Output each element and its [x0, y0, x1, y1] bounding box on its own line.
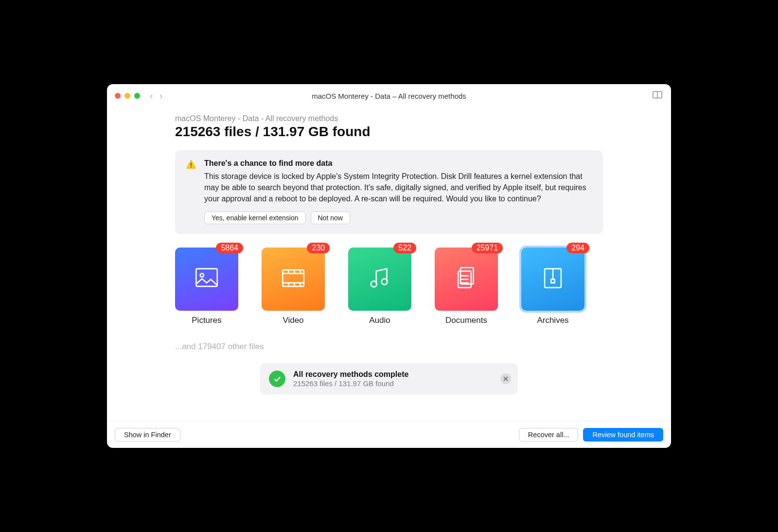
- show-in-finder-button[interactable]: Show in Finder: [115, 428, 180, 442]
- svg-rect-3: [191, 163, 192, 166]
- footer-bar: Show in Finder Recover all... Review fou…: [107, 421, 671, 448]
- nav-back-button[interactable]: ‹: [150, 91, 153, 100]
- badge-count: 294: [566, 243, 589, 253]
- warning-icon: [186, 159, 196, 224]
- not-now-button[interactable]: Not now: [311, 212, 350, 224]
- svg-point-6: [200, 273, 204, 277]
- badge-count: 25971: [472, 243, 503, 253]
- review-found-items-button[interactable]: Review found items: [583, 428, 663, 442]
- sidebar-toggle-icon[interactable]: [653, 91, 662, 101]
- app-window: ‹ › macOS Monterey - Data – All recovery…: [107, 84, 671, 448]
- category-label: Audio: [348, 316, 411, 325]
- other-files-text: ...and 179407 other files: [175, 342, 603, 352]
- zoom-window-button[interactable]: [134, 93, 140, 99]
- recover-all-button[interactable]: Recover all...: [519, 428, 579, 442]
- minimize-window-button[interactable]: [124, 93, 130, 99]
- category-audio[interactable]: 522 Audio: [348, 248, 411, 325]
- category-label: Video: [262, 316, 325, 325]
- category-label: Pictures: [175, 316, 238, 325]
- results-headline: 215263 files / 131.97 GB found: [175, 124, 603, 140]
- category-documents[interactable]: 25971 Documents: [435, 248, 498, 325]
- breadcrumb: macOS Monterey - Data - All recovery met…: [175, 114, 603, 123]
- window-title: macOS Monterey - Data – All recovery met…: [312, 92, 466, 100]
- badge-count: 5864: [216, 243, 243, 253]
- notice-text: This storage device is locked by Apple's…: [204, 171, 592, 205]
- close-window-button[interactable]: [115, 93, 121, 99]
- traffic-lights: [115, 93, 140, 99]
- video-icon: [279, 264, 307, 294]
- category-archives[interactable]: 294 Archives: [521, 248, 584, 325]
- picture-icon: [193, 264, 221, 294]
- nav-forward-button[interactable]: ›: [159, 91, 162, 100]
- badge-count: 522: [393, 243, 416, 253]
- audio-icon: [366, 264, 394, 294]
- svg-rect-4: [191, 167, 192, 168]
- badge-count: 230: [307, 243, 330, 253]
- sip-notice: There's a chance to find more data This …: [175, 150, 603, 234]
- status-banner: All recovery methods complete 215263 fil…: [260, 363, 518, 394]
- archive-icon: [539, 264, 567, 294]
- checkmark-icon: [269, 371, 285, 387]
- category-video[interactable]: 230 Video: [262, 248, 325, 325]
- dismiss-status-button[interactable]: [500, 373, 511, 384]
- status-subtitle: 215263 files / 131.97 GB found: [293, 379, 408, 388]
- svg-rect-5: [196, 268, 217, 286]
- enable-kernel-ext-button[interactable]: Yes, enable kernel extension: [204, 212, 306, 224]
- content-area: macOS Monterey - Data - All recovery met…: [107, 107, 671, 421]
- toolbar-icons: [175, 91, 188, 100]
- category-grid: 5864 Pictures 230 Video 522: [175, 248, 603, 325]
- status-title: All recovery methods complete: [293, 370, 408, 379]
- category-label: Archives: [521, 316, 584, 325]
- nav-arrows: ‹ ›: [150, 91, 162, 100]
- document-icon: [452, 264, 480, 294]
- category-pictures[interactable]: 5864 Pictures: [175, 248, 238, 325]
- titlebar: ‹ › macOS Monterey - Data – All recovery…: [107, 84, 671, 107]
- notice-title: There's a chance to find more data: [204, 159, 592, 168]
- category-label: Documents: [435, 316, 498, 325]
- svg-point-16: [371, 281, 377, 287]
- svg-rect-25: [551, 279, 554, 283]
